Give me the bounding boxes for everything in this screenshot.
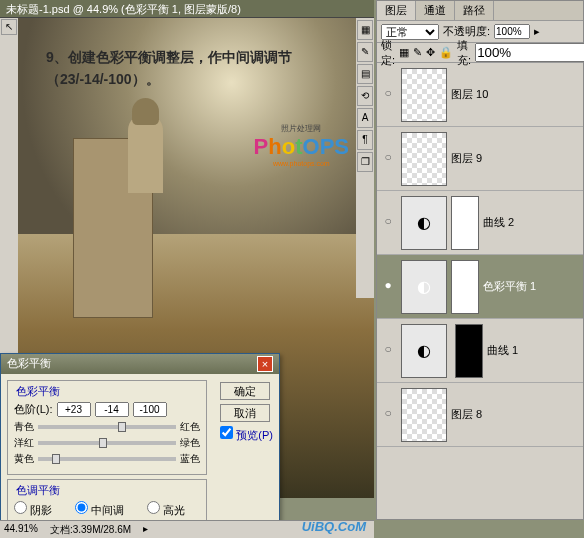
level-input-1[interactable] xyxy=(95,402,129,417)
adjustment-thumb[interactable]: ◐ xyxy=(401,196,447,250)
brush-icon[interactable]: ✎ xyxy=(357,42,373,62)
layer-name[interactable]: 曲线 1 xyxy=(487,343,581,358)
opacity-arrow-icon[interactable]: ▸ xyxy=(534,25,540,38)
lock-brush-icon[interactable]: ✎ xyxy=(413,46,422,59)
zoom-level[interactable]: 44.91% xyxy=(4,523,38,536)
layer-name[interactable]: 曲线 2 xyxy=(483,215,581,230)
level-input-0[interactable] xyxy=(57,402,91,417)
layer-name[interactable]: 图层 10 xyxy=(451,87,581,102)
lock-move-icon[interactable]: ✥ xyxy=(426,46,435,59)
levels-label: 色阶(L): xyxy=(14,402,53,417)
instruction-text: 9、创建色彩平衡调整层，作中间调调节（23/-14/-100）。 xyxy=(46,46,354,91)
mask-thumb[interactable] xyxy=(451,260,479,314)
layer-row[interactable]: ○ 图层 8 xyxy=(377,383,583,447)
color-balance-dialog: 色彩平衡 × 确定 取消 预览(P) 色彩平衡 色阶(L): 青色 红色洋红 绿… xyxy=(0,353,280,538)
visibility-icon[interactable]: ○ xyxy=(379,214,397,232)
layer-name[interactable]: 图层 8 xyxy=(451,407,581,422)
document-tab[interactable]: 未标题-1.psd @ 44.9% (色彩平衡 1, 图层蒙版/8) xyxy=(0,0,374,18)
visibility-icon[interactable]: ○ xyxy=(379,342,397,360)
layer-name[interactable]: 色彩平衡 1 xyxy=(483,279,581,294)
visibility-icon[interactable]: ○ xyxy=(379,406,397,424)
slider-right-label: 蓝色 xyxy=(180,452,200,466)
tone-balance-legend: 色调平衡 xyxy=(14,483,62,498)
slider-right-label: 绿色 xyxy=(180,436,200,450)
layer-row[interactable]: ○ 图层 10 xyxy=(377,63,583,127)
lock-label: 锁定: xyxy=(381,38,395,68)
layer-thumb[interactable] xyxy=(401,132,447,186)
layer-list: ○ 图层 10○ 图层 9○ ◐ 曲线 2● ◐ 色彩平衡 1○ ◐ 曲线 1○… xyxy=(377,63,583,503)
logo-text: PhotOPS xyxy=(254,134,349,160)
tab-layers[interactable]: 图层 xyxy=(377,1,416,20)
layer-thumb[interactable] xyxy=(401,388,447,442)
navigator-icon[interactable]: ▦ xyxy=(357,20,373,40)
dialog-title: 色彩平衡 xyxy=(7,356,51,372)
slider-right-label: 红色 xyxy=(180,420,200,434)
visibility-icon[interactable]: ○ xyxy=(379,86,397,104)
fill-input[interactable] xyxy=(475,43,584,62)
balance-slider-0[interactable] xyxy=(38,425,176,429)
slider-left-label: 黄色 xyxy=(14,452,34,466)
close-icon[interactable]: × xyxy=(257,356,273,372)
adjustment-thumb[interactable]: ◐ xyxy=(401,324,447,378)
move-tool-icon[interactable]: ↖ xyxy=(1,19,17,35)
logo: 照片处理网 PhotOPS www.photops.com xyxy=(254,123,349,167)
visibility-icon[interactable]: ○ xyxy=(379,150,397,168)
ok-button[interactable]: 确定 xyxy=(220,382,270,400)
layer-name[interactable]: 图层 9 xyxy=(451,151,581,166)
lock-transparency-icon[interactable]: ▦ xyxy=(399,46,409,59)
watermark: UiBQ.CoM xyxy=(302,519,366,534)
doc-size: 文档:3.39M/28.6M xyxy=(50,523,131,536)
mask-thumb[interactable] xyxy=(455,324,483,378)
balance-slider-2[interactable] xyxy=(38,457,176,461)
text-tool-icon[interactable]: A xyxy=(357,108,373,128)
history-icon[interactable]: ⟲ xyxy=(357,86,373,106)
balance-slider-1[interactable] xyxy=(38,441,176,445)
lock-all-icon[interactable]: 🔒 xyxy=(439,46,453,59)
layer-row[interactable]: ○ ◐ 曲线 2 xyxy=(377,191,583,255)
layer-thumb[interactable] xyxy=(401,68,447,122)
opacity-input[interactable] xyxy=(494,24,530,39)
level-input-2[interactable] xyxy=(133,402,167,417)
tab-paths[interactable]: 路径 xyxy=(455,1,494,20)
layers-panel: 图层 通道 路径 正常 不透明度: ▸ 锁定: ▦ ✎ ✥ 🔒 填充: ▸ ○ … xyxy=(376,0,584,520)
panel-tabs: 图层 通道 路径 xyxy=(377,1,583,21)
slider-left-label: 洋红 xyxy=(14,436,34,450)
fill-label: 填充: xyxy=(457,38,471,68)
logo-subtitle: 照片处理网 xyxy=(254,123,349,134)
layers-icon[interactable]: ❐ xyxy=(357,152,373,172)
slider-left-label: 青色 xyxy=(14,420,34,434)
tab-channels[interactable]: 通道 xyxy=(416,1,455,20)
paragraph-icon[interactable]: ¶ xyxy=(357,130,373,150)
swatches-icon[interactable]: ▤ xyxy=(357,64,373,84)
color-balance-legend: 色彩平衡 xyxy=(14,384,62,399)
mid-toolbar: ▦ ✎ ▤ ⟲ A ¶ ❐ xyxy=(356,18,374,298)
adjustment-thumb[interactable]: ◐ xyxy=(401,260,447,314)
visibility-icon[interactable]: ● xyxy=(379,278,397,296)
preview-checkbox[interactable]: 预览(P) xyxy=(220,426,273,443)
status-arrow-icon[interactable]: ▸ xyxy=(143,523,148,536)
layer-row[interactable]: ○ ◐ 曲线 1 xyxy=(377,319,583,383)
layer-row[interactable]: ● ◐ 色彩平衡 1 xyxy=(377,255,583,319)
mask-thumb[interactable] xyxy=(451,196,479,250)
cancel-button[interactable]: 取消 xyxy=(220,404,270,422)
logo-url: www.photops.com xyxy=(254,160,349,167)
dialog-titlebar[interactable]: 色彩平衡 × xyxy=(1,354,279,374)
layer-row[interactable]: ○ 图层 9 xyxy=(377,127,583,191)
